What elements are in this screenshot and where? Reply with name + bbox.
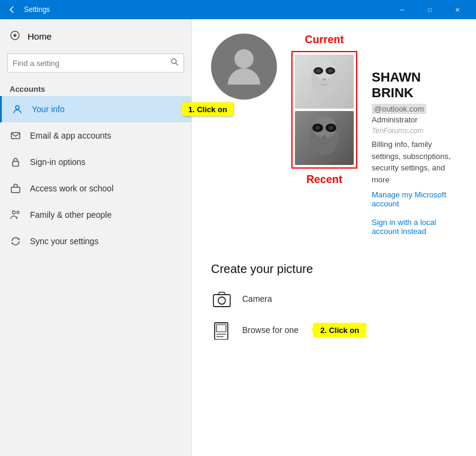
back-button[interactable] — [5, 2, 19, 17]
profile-name: SHAWN BRINK — [372, 70, 457, 101]
recent-label: Recent — [291, 173, 357, 186]
minimize-button[interactable]: ─ — [388, 0, 416, 19]
sidebar-item-email[interactable]: Email & app accounts — [0, 122, 191, 149]
sidebar-item-family[interactable]: Family & other people — [0, 202, 191, 228]
sidebar-item-your-info[interactable]: Your info 1. Click on — [0, 96, 191, 122]
close-button[interactable]: ✕ — [444, 0, 471, 19]
lock-icon — [10, 156, 22, 168]
watermark: TenForums.com — [372, 127, 457, 135]
create-picture-title: Create your picture — [211, 262, 457, 276]
work-school-label: Access work or school — [30, 184, 113, 193]
svg-rect-6 — [13, 161, 19, 166]
window-title: Settings — [24, 5, 388, 14]
svg-point-27 — [220, 299, 224, 302]
camera-icon-container — [211, 288, 233, 310]
svg-line-3 — [176, 63, 178, 65]
svg-point-8 — [13, 211, 16, 214]
email-label: Email & app accounts — [30, 131, 111, 140]
sidebar-item-work-school[interactable]: Access work or school — [0, 175, 191, 202]
svg-point-10 — [234, 49, 254, 68]
home-label: Home — [28, 31, 52, 41]
signin-label: Sign-in options — [30, 157, 86, 167]
local-account-link[interactable]: Sign in with a local account instead — [372, 218, 457, 236]
browse-option: Browse for one 2. Click on — [211, 319, 457, 341]
create-picture-section: Create your picture Camera — [211, 262, 457, 341]
title-bar: Settings ─ □ ✕ — [0, 0, 476, 19]
accounts-section-title: Accounts — [0, 77, 191, 96]
person-icon — [11, 103, 23, 115]
browse-label: Browse for one — [242, 325, 299, 335]
profile-email: @outlook.com — [372, 104, 426, 114]
svg-point-16 — [328, 69, 333, 73]
svg-point-2 — [171, 59, 176, 64]
maximize-button[interactable]: □ — [416, 0, 444, 19]
svg-point-22 — [315, 126, 320, 130]
profile-info: SHAWN BRINK @outlook.com Administrator T… — [372, 34, 457, 250]
pictures-box — [291, 51, 357, 169]
profile-avatar — [211, 34, 277, 100]
svg-point-4 — [16, 106, 19, 109]
svg-rect-29 — [216, 325, 226, 332]
profile-section: Current — [211, 34, 457, 250]
pictures-column: Current — [291, 34, 357, 186]
profile-description: Billing info, family settings, subscript… — [372, 139, 457, 185]
svg-rect-5 — [11, 133, 20, 139]
your-info-label: Your info — [32, 104, 65, 114]
svg-rect-7 — [11, 187, 20, 193]
briefcase-icon — [10, 182, 22, 194]
manage-account-link[interactable]: Manage my Microsoft account — [372, 190, 457, 208]
profile-role: Administrator — [372, 115, 457, 124]
sidebar: Home Accounts Your info 1. Click on — [0, 19, 192, 456]
svg-point-9 — [17, 211, 19, 214]
svg-point-24 — [323, 136, 326, 138]
camera-label: Camera — [242, 294, 272, 304]
sidebar-item-sync[interactable]: Sync your settings — [0, 228, 191, 254]
window-controls: ─ □ ✕ — [388, 0, 471, 19]
content-area: Current — [192, 19, 476, 456]
home-icon — [10, 30, 20, 43]
family-label: Family & other people — [30, 210, 112, 220]
main-layout: Home Accounts Your info 1. Click on — [0, 19, 476, 456]
current-picture — [295, 55, 354, 109]
browse-icon-container — [211, 319, 233, 341]
recent-picture — [295, 111, 354, 165]
current-label: Current — [291, 34, 357, 46]
family-icon — [10, 209, 22, 221]
search-box[interactable] — [7, 53, 184, 73]
sync-label: Sync your settings — [30, 236, 98, 246]
sync-icon — [10, 235, 22, 247]
camera-option: Camera — [211, 288, 457, 310]
svg-point-1 — [14, 34, 17, 37]
svg-point-23 — [329, 126, 333, 130]
search-icon — [170, 58, 179, 68]
svg-point-15 — [316, 69, 321, 73]
search-input[interactable] — [13, 59, 170, 68]
callout-badge-2: 2. Click on — [313, 323, 366, 338]
callout-badge-1: 1. Click on — [182, 103, 233, 116]
sidebar-item-signin[interactable]: Sign-in options — [0, 149, 191, 175]
svg-point-17 — [323, 78, 326, 80]
sidebar-home-button[interactable]: Home — [0, 24, 191, 49]
email-icon — [10, 130, 22, 142]
